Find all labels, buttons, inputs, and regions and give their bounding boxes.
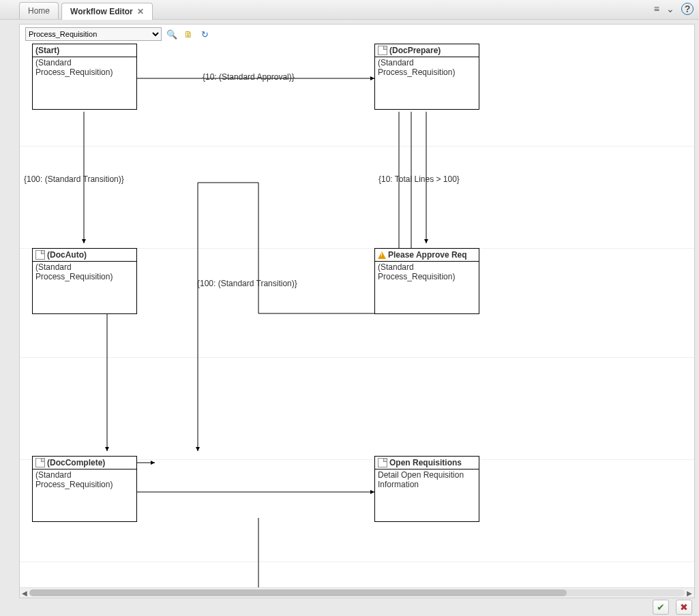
document-icon (35, 458, 45, 467)
node-doccomplete[interactable]: (DocComplete) (StandardProcess_Requisiti… (32, 456, 137, 522)
document-icon (35, 250, 45, 260)
expand-icon[interactable]: ⌄ (666, 3, 674, 14)
node-prepare-title: (DocPrepare) (389, 46, 441, 55)
editor-toolbar: Process_Requisition 🔍 🗎 ↻ (20, 25, 694, 44)
node-approve[interactable]: Please Approve Req (StandardProcess_Requ… (374, 248, 479, 314)
footer-toolbar: ✔ ✖ (0, 598, 699, 616)
workflow-select[interactable]: Process_Requisition (25, 27, 162, 41)
document-icon (378, 46, 387, 55)
node-open-sub1: Detail Open Requisition (378, 470, 464, 480)
tab-workflow-editor[interactable]: Workflow Editor ✕ (61, 3, 153, 20)
transition-label-2: {100: (Standard Transition)} (24, 174, 124, 184)
horizontal-scrollbar[interactable]: ◀ ▶ (20, 587, 694, 598)
confirm-button[interactable]: ✔ (653, 600, 669, 615)
node-approve-title: Please Approve Req (388, 250, 467, 260)
menu-icon[interactable]: ≡ (654, 3, 659, 14)
warning-icon (378, 251, 386, 259)
editor-panel: Process_Requisition 🔍 🗎 ↻ (19, 24, 695, 598)
tab-editor-label: Workflow Editor (70, 7, 133, 16)
node-approve-sub1: (Standard (378, 262, 414, 272)
node-complete-sub2: Process_Requisition) (35, 480, 113, 489)
node-start[interactable]: (Start) (StandardProcess_Requisition) (32, 44, 137, 110)
node-auto-title: (DocAuto) (47, 250, 87, 260)
scroll-thumb[interactable] (29, 589, 567, 596)
node-approve-sub2: Process_Requisition) (378, 272, 455, 281)
transition-label-3: {10: Total Lines > 100} (378, 174, 460, 184)
node-start-sub2: Process_Requisition) (35, 67, 113, 77)
zoom-icon[interactable]: 🔍 (166, 28, 178, 40)
tab-close-icon[interactable]: ✕ (137, 7, 144, 16)
node-auto-sub2: Process_Requisition) (35, 272, 113, 281)
help-icon[interactable]: ? (681, 3, 694, 15)
node-auto-sub1: (Standard (35, 262, 72, 272)
node-open-requisitions[interactable]: Open Requisitions Detail Open Requisitio… (374, 456, 479, 522)
node-start-sub1: (Standard (35, 58, 72, 67)
node-start-title: (Start) (35, 46, 59, 55)
transition-label-4: {100: (Standard Transition)} (197, 279, 297, 288)
node-complete-sub1: (Standard (35, 470, 72, 480)
scroll-track[interactable] (29, 589, 685, 596)
node-open-sub2: Information (378, 480, 419, 489)
workflow-canvas[interactable]: {10: (Standard Approval)} {100: (Standar… (20, 44, 694, 587)
scroll-right-arrow[interactable]: ▶ (685, 589, 694, 597)
node-docauto[interactable]: (DocAuto) (StandardProcess_Requisition) (32, 248, 137, 314)
tab-home[interactable]: Home (19, 2, 59, 19)
node-prepare-sub1: (Standard (378, 58, 414, 67)
node-docprepare[interactable]: (DocPrepare) (StandardProcess_Requisitio… (374, 44, 479, 110)
node-complete-title: (DocComplete) (47, 458, 105, 467)
tab-bar: Home Workflow Editor ✕ ≡ ⌄ ? (0, 0, 699, 20)
refresh-icon[interactable]: ↻ (198, 28, 211, 40)
node-prepare-sub2: Process_Requisition) (378, 67, 455, 77)
cancel-button[interactable]: ✖ (676, 600, 692, 615)
new-icon[interactable]: 🗎 (182, 28, 194, 40)
tab-home-label: Home (28, 6, 50, 16)
scroll-left-arrow[interactable]: ◀ (20, 589, 29, 597)
node-open-title: Open Requisitions (389, 458, 462, 467)
transition-label-1: {10: (Standard Approval)} (203, 72, 295, 82)
document-icon (378, 458, 387, 467)
